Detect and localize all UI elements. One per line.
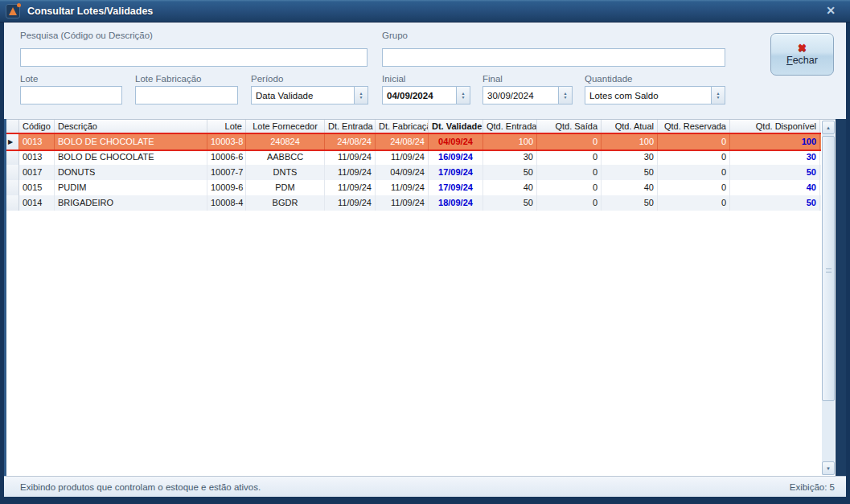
status-bar: Exibindo produtos que controlam o estoqu… [4,476,846,497]
spinner-down-icon: ▼ [462,96,466,100]
column-header-qtd_disponivel[interactable]: Qtd. Disponível [730,120,820,133]
cell-qtd_saida: 0 [537,180,602,195]
cell-lote: 10007-7 [207,165,246,180]
cell-qtd_entrada: 30 [483,150,537,165]
row-selector-cell [6,195,19,211]
scroll-down-icon: ▼ [826,466,831,471]
periodo-label: Período [251,74,283,84]
lote-fabricacao-input[interactable] [135,86,238,104]
app-window: Consultar Lotes/Validades ✕ Pesquisa (Có… [0,0,850,504]
fechar-button[interactable]: ✖ Fechar [770,33,834,76]
column-header-dt_fabricacao[interactable]: Dt. Fabricação [376,120,429,133]
app-icon [6,4,20,18]
dot-icon [17,3,21,7]
spinner-down-icon: ▼ [564,96,568,100]
cell-lote_fornecedor: PDM [246,180,325,195]
periodo-select[interactable]: Data Validade ▲▼ [251,86,368,104]
cell-dt_entrada: 11/09/24 [325,150,376,165]
close-icon[interactable]: ✕ [823,3,839,18]
cell-qtd_disponivel: 30 [730,150,820,165]
selected-row-indicator-icon: ▶ [6,134,19,150]
inicial-spinner[interactable]: ▲▼ [456,87,470,104]
column-header-qtd_reservada[interactable]: Qtd. Reservada [658,120,730,133]
fechar-label: Fechar [786,55,818,66]
cell-dt_fabricacao: 11/09/24 [376,150,429,165]
row-selector-cell [6,165,19,180]
column-header-qtd_saida[interactable]: Qtd. Saída [537,120,602,133]
lote-fabricacao-label: Lote Fabricação [135,74,201,84]
cell-dt_validade: 04/09/24 [429,134,483,150]
final-date-input[interactable]: 30/09/2024 ▲▼ [482,86,573,104]
cell-qtd_reservada: 0 [658,180,730,195]
spinner-down-icon: ▼ [359,96,363,100]
quantidade-spinner[interactable]: ▲▼ [711,87,725,104]
cell-lote: 10006-6 [207,150,246,165]
cell-lote_fornecedor: AABBCC [246,150,325,165]
cell-qtd_saida: 0 [537,134,602,150]
final-value: 30/09/2024 [483,91,558,100]
cell-qtd_atual: 30 [602,150,658,165]
column-header-lote[interactable]: Lote [207,120,246,133]
lote-label: Lote [20,74,38,84]
cell-lote_fornecedor: BGDR [246,195,325,211]
cell-dt_fabricacao: 24/08/24 [376,134,429,150]
column-header-qtd_atual[interactable]: Qtd. Atual [602,120,658,133]
inicial-value: 04/09/2024 [383,91,456,100]
table-row[interactable]: ▶0013BOLO DE CHOCOLATE10003-824082424/08… [6,134,821,150]
table-row[interactable]: 0013BOLO DE CHOCOLATE10006-6AABBCC11/09/… [6,150,821,165]
table-row[interactable]: 0015PUDIM10009-6PDM11/09/2411/09/2417/09… [6,180,821,195]
cell-descricao: BOLO DE CHOCOLATE [55,134,207,150]
cell-descricao: DONUTS [55,165,207,180]
column-header-dt_validade[interactable]: Dt. Validade [429,120,483,133]
cell-dt_validade: 16/09/24 [429,150,483,165]
cell-qtd_reservada: 0 [658,150,730,165]
vertical-scrollbar[interactable]: ▲ ▼ [822,121,835,475]
cell-qtd_atual: 50 [602,165,658,180]
cell-dt_fabricacao: 11/09/24 [376,180,429,195]
status-message: Exibindo produtos que controlam o estoqu… [20,482,261,492]
grid-scroll-area: CódigoDescriçãoLoteLote FornecedorDt. En… [6,120,821,476]
row-selector-header [6,120,19,133]
pesquisa-input[interactable] [20,48,368,67]
lote-input[interactable] [20,86,122,104]
cell-lote: 10003-8 [207,134,246,150]
cell-codigo: 0013 [19,134,55,150]
scrollbar-thumb[interactable] [822,136,835,401]
cell-qtd_disponivel: 50 [730,165,820,180]
column-header-codigo[interactable]: Código [19,120,55,133]
final-spinner[interactable]: ▲▼ [558,87,572,104]
periodo-spinner[interactable]: ▲▼ [354,87,368,104]
column-header-dt_entrada[interactable]: Dt. Entrada [325,120,376,133]
table-row[interactable]: 0017DONUTS10007-7DNTS11/09/2404/09/2417/… [6,165,821,180]
exibicao-count: Exibição: 5 [790,482,835,492]
pesquisa-label: Pesquisa (Código ou Descrição) [20,31,153,40]
row-selector-cell [6,150,19,165]
cell-lote: 10008-4 [207,195,246,211]
grupo-input[interactable] [382,48,725,67]
scrollbar-grip [826,268,832,272]
cell-qtd_entrada: 40 [483,180,537,195]
cell-qtd_disponivel: 40 [730,180,820,195]
title-bar: Consultar Lotes/Validades ✕ [0,0,850,23]
panel-edge-right [836,119,846,476]
cell-qtd_reservada: 0 [658,195,730,211]
final-label: Final [482,74,503,84]
column-header-lote_fornecedor[interactable]: Lote Fornecedor [246,120,325,133]
cell-descricao: BOLO DE CHOCOLATE [55,150,207,165]
column-header-descricao[interactable]: Descrição [55,120,207,133]
periodo-value: Data Validade [252,91,354,100]
column-header-qtd_entrada[interactable]: Qtd. Entrada [483,120,537,133]
table-row[interactable]: 0014BRIGADEIRO10008-4BGDR11/09/2411/09/2… [6,195,821,211]
quantidade-select[interactable]: Lotes com Saldo ▲▼ [585,86,725,104]
quantidade-label: Quantidade [585,74,632,84]
cell-qtd_entrada: 50 [483,195,537,211]
inicial-date-input[interactable]: 04/09/2024 ▲▼ [382,86,470,104]
quantidade-value: Lotes com Saldo [585,91,711,100]
cell-qtd_saida: 0 [537,195,602,211]
cell-descricao: BRIGADEIRO [55,195,207,211]
grupo-label: Grupo [382,31,408,40]
cell-qtd_reservada: 0 [658,165,730,180]
scroll-up-button[interactable]: ▲ [822,121,835,134]
scroll-down-button[interactable]: ▼ [822,461,835,475]
window-title: Consultar Lotes/Validades [27,6,153,17]
